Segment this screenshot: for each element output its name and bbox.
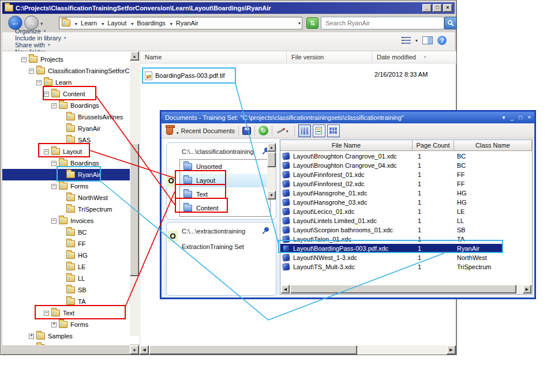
classify-tool-icon[interactable] (276, 127, 285, 135)
view-columns-toggle[interactable] (298, 125, 311, 137)
view-thumbnails-toggle[interactable] (327, 125, 340, 137)
breadcrumb-arrow-icon[interactable]: ▾ (170, 21, 173, 27)
breadcrumb-segment[interactable]: RyanAir (176, 20, 198, 27)
table-row[interactable]: Layout\Hansgrohe_01.xdc1HG (280, 189, 532, 198)
breadcrumb-segment[interactable]: Learn (81, 20, 97, 27)
table-row[interactable]: Layout\NWest_1-3.xdc1NorthWest (280, 253, 532, 262)
tree-item-samples[interactable]: +Samples (2, 330, 130, 342)
table-column-header-file-name[interactable]: File Name (280, 140, 413, 151)
tree-item-ryanair[interactable]: RyanAir (2, 123, 130, 134)
search-input[interactable]: Search RyanAir (321, 17, 444, 29)
tree-item-projects[interactable]: −Projects (2, 54, 130, 65)
scroll-left-icon[interactable]: ◀ (140, 345, 149, 355)
delete-caret-icon[interactable]: ▾ (177, 131, 179, 135)
view-document-toggle[interactable] (313, 125, 325, 137)
breadcrumb-dropdown-icon[interactable]: ▾ (298, 21, 301, 26)
help-icon[interactable]: ? (437, 36, 447, 45)
dialog-titlebar[interactable]: Documents - Training Set: "C:\projects\c… (162, 112, 534, 123)
table-row[interactable]: Layout\Finnforest_02.xdc1FF (280, 179, 532, 189)
tree-item-classificationtrainingsetforc[interactable]: −ClassificationTrainingSetforC (2, 65, 130, 77)
tree-item-learn[interactable]: −Learn (2, 77, 130, 88)
table-row[interactable]: Layout\Talon_01.xdc1TA (280, 235, 532, 244)
tree-item-northwest[interactable]: NorthWest (2, 192, 130, 203)
close-button[interactable]: × (443, 4, 452, 12)
expand-icon[interactable]: + (29, 345, 34, 346)
tree-scrollbar[interactable]: ▲ (130, 51, 139, 345)
scroll-down-icon[interactable]: ▼ (267, 191, 276, 199)
table-row[interactable]: Layout\Finnforest_01.xdc1FF (280, 170, 532, 179)
collapse-icon[interactable]: − (51, 161, 57, 166)
tree-item-sb[interactable]: SB (2, 284, 130, 296)
tree-item-ta[interactable]: TA (2, 296, 130, 307)
filepane-horizontal-scrollbar[interactable]: ◀ ▶ (140, 345, 456, 355)
refresh-button[interactable]: ⇅ (306, 17, 318, 29)
pushpin-icon[interactable] (262, 227, 270, 235)
breadcrumb[interactable]: ▾Learn▾Layout▾Boardings▾RyanAir ▾ (59, 17, 302, 29)
expand-icon[interactable]: + (29, 334, 34, 339)
tree-item-brusselsairlines[interactable]: BrusselsAirlines (2, 111, 130, 123)
dialog-menu-icon[interactable]: ▾ (503, 112, 505, 123)
scroll-thumb[interactable] (149, 345, 357, 355)
table-row[interactable]: Layout\Lecico_01.xdc1LE (280, 207, 532, 216)
change-view-icon[interactable] (402, 36, 411, 44)
explorer-titlebar[interactable]: C:\Projects\ClassificationTrainingSetfor… (2, 2, 455, 14)
breadcrumb-arrow-icon[interactable]: ▾ (102, 21, 104, 27)
tree-item-trispectrum[interactable]: TriSpectrum (2, 203, 130, 215)
collapse-icon[interactable]: − (51, 184, 57, 189)
tree-item-forms[interactable]: +Forms (2, 319, 130, 330)
breadcrumb-arrow-icon[interactable]: ▾ (75, 21, 77, 27)
tree-item-sas[interactable]: SAS (2, 134, 130, 146)
collapse-icon[interactable]: − (44, 149, 49, 154)
minimize-button[interactable]: _ (422, 4, 432, 12)
scroll-thumb[interactable] (130, 144, 139, 276)
delete-icon[interactable] (166, 126, 173, 135)
tree-item-ryanair[interactable]: RyanAir (2, 169, 130, 180)
dialog-close-button[interactable]: × (527, 112, 531, 123)
tree-item-forms[interactable]: −Forms (2, 180, 130, 192)
maximize-button[interactable]: □ (433, 4, 442, 12)
collapse-icon[interactable]: − (29, 69, 34, 74)
tree-item-text[interactable]: −Text (2, 307, 130, 319)
class-item-layout[interactable]: Layout (180, 174, 270, 187)
scroll-right-icon[interactable]: ▶ (447, 345, 456, 355)
table-row[interactable]: Layout\BoardingPass-003.pdf.xdc1RyanAir (280, 244, 532, 253)
scroll-right-icon[interactable]: ▶ (523, 285, 531, 293)
collapse-icon[interactable]: − (51, 218, 57, 224)
column-header-date-modified[interactable]: Date modified▾ (372, 51, 456, 63)
scroll-up-icon[interactable]: ▲ (130, 51, 139, 61)
column-header-file-version[interactable]: File version (287, 51, 372, 63)
table-horizontal-scrollbar[interactable]: ◀ ▶ (281, 285, 531, 293)
breadcrumb-segment[interactable]: Boardings (137, 20, 166, 27)
tree-item-ff[interactable]: FF (2, 238, 130, 250)
collapse-icon[interactable]: − (44, 311, 49, 316)
column-header-name[interactable]: Name (140, 51, 287, 63)
tree-item-boardings[interactable]: −Boardings (2, 100, 130, 111)
save-icon[interactable] (242, 127, 251, 135)
table-row[interactable]: Layout\Lintels Limited_01.xdc1LL (280, 216, 532, 225)
recent-documents-button[interactable]: Recent Documents (181, 127, 235, 134)
table-row[interactable]: Layout\Broughton Crangrove_01.xdc1BC (280, 152, 532, 161)
tree-scroll-down-icon[interactable]: ▼ (130, 345, 139, 355)
search-button[interactable] (444, 17, 457, 29)
tree-item-training[interactable]: +Training (2, 342, 130, 345)
table-row[interactable]: Layout\Broughton Crangrove_04.xdc1BC (280, 161, 532, 170)
tree-item-hg[interactable]: HG (2, 250, 130, 261)
class-list-scrollbar[interactable]: ▲ ▼ (267, 143, 276, 199)
tree-item-content[interactable]: −Content (2, 88, 130, 100)
scroll-thumb[interactable] (290, 285, 516, 293)
table-column-header-class-name[interactable]: Class Name (454, 140, 532, 151)
scroll-up-icon[interactable]: ▲ (267, 143, 276, 152)
table-row[interactable]: Layout\TS_Mult-3.xdc1TriSpectrum (280, 262, 532, 272)
collapse-icon[interactable]: − (36, 80, 42, 85)
tree-item-layout[interactable]: −Layout (2, 146, 130, 157)
collapse-icon[interactable]: − (21, 57, 27, 62)
preview-pane-icon[interactable] (422, 36, 433, 44)
tree-item-invoices[interactable]: −Invoices (2, 215, 130, 227)
class-item-text[interactable]: Text (180, 187, 270, 201)
file-row[interactable]: BoardingPass-003.pdf.tif (145, 69, 224, 82)
scroll-left-icon[interactable]: ◀ (281, 285, 290, 293)
toolbar-item-organize[interactable]: Organize▾ (15, 28, 66, 35)
change-view-caret-icon[interactable]: ▾ (415, 38, 418, 43)
table-column-header-page-count[interactable]: Page Count (413, 140, 454, 151)
tree-item-le[interactable]: LE (2, 261, 130, 273)
